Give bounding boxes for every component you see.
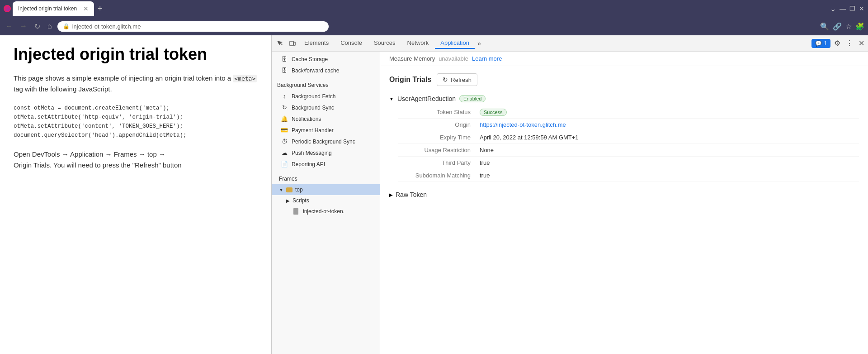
settings-icon[interactable]: ⚙ <box>832 37 842 49</box>
refresh-button-label: Refresh <box>451 77 472 83</box>
home-button[interactable]: ⌂ <box>46 20 54 32</box>
minimize-button[interactable]: — <box>840 5 846 12</box>
zoom-icon[interactable]: 🔍 <box>820 22 829 31</box>
back-button[interactable]: ← <box>4 20 14 32</box>
usage-restriction-label: Usage Restriction <box>398 147 480 153</box>
badge-count: 1 <box>824 40 827 47</box>
raw-token-expand-icon: ▶ <box>389 192 393 197</box>
sidebar-item-periodic-bg-sync[interactable]: ⏱ Periodic Background Sync <box>272 136 380 147</box>
frames-header[interactable]: Frames <box>272 173 380 184</box>
omnibox[interactable]: 🔒 injected-ot-token.glitch.me <box>57 21 329 32</box>
trial-details: Token Status Success Origin https://inje… <box>398 106 859 182</box>
devtools-toolbar: Elements Console Sources Network Applica… <box>272 35 868 52</box>
omnibox-bar: ← → ↻ ⌂ 🔒 injected-ot-token.glitch.me 🔍 … <box>0 17 868 35</box>
periodic-bg-sync-icon: ⏱ <box>281 138 288 145</box>
omnibox-url: injected-ot-token.glitch.me <box>72 23 141 30</box>
more-tabs-button[interactable]: » <box>476 38 483 49</box>
third-party-value: true <box>480 159 490 166</box>
usage-restriction-row: Usage Restriction None <box>398 144 859 157</box>
trial-expand-icon: ▼ <box>389 96 394 101</box>
subdomain-matching-row: Subdomain Matching true <box>398 169 859 182</box>
token-status-value: Success <box>480 109 507 115</box>
learn-more-link[interactable]: Learn more <box>472 55 502 62</box>
browser-tab-active[interactable]: Injected origin trial token ✕ <box>13 1 94 16</box>
raw-token-section[interactable]: ▶ Raw Token <box>380 187 868 200</box>
close-button[interactable]: ✕ <box>859 5 864 12</box>
device-mode-button[interactable] <box>286 37 299 50</box>
payment-handler-icon: 💳 <box>281 127 288 134</box>
tab-elements[interactable]: Elements <box>299 38 334 49</box>
frames-section: Frames ▼ top ▶ Scripts injected-ot-token… <box>272 172 380 219</box>
sidebar-item-payment-handler[interactable]: 💳 Payment Handler <box>272 124 380 136</box>
devtools-sidebar: 🗄 Cache Storage 🗄 Back/forward cache Bac… <box>272 52 380 354</box>
trial-name: UserAgentReduction <box>397 95 456 102</box>
page-footer: Open DevTools → Application → Frames → t… <box>14 149 258 171</box>
star-icon[interactable]: ☆ <box>845 22 852 31</box>
third-party-row: Third Party true <box>398 157 859 169</box>
token-status-row: Token Status Success <box>398 106 859 119</box>
reload-button[interactable]: ↻ <box>33 20 42 33</box>
more-options-icon[interactable]: ⋮ <box>844 37 855 49</box>
tab-overflow-button[interactable]: ⌄ <box>830 5 836 13</box>
tab-title: Injected origin trial token <box>18 5 80 12</box>
origin-row: Origin https://injected-ot-token.glitch.… <box>398 119 859 131</box>
tab-bar: Injected origin trial token ✕ + ⌄ — ❐ ✕ <box>0 0 868 17</box>
inspect-element-button[interactable] <box>274 37 286 50</box>
page-title: Injected origin trial token <box>14 44 258 64</box>
push-messaging-icon: ☁ <box>281 149 288 156</box>
new-tab-button[interactable]: + <box>98 4 103 14</box>
frames-file-icon <box>293 208 298 215</box>
origin-label: Origin <box>398 121 480 128</box>
notifications-badge-button[interactable]: 💬 1 <box>811 39 830 48</box>
usage-restriction-value: None <box>480 147 494 153</box>
share-icon[interactable]: 🔗 <box>833 22 842 31</box>
subdomain-matching-value: true <box>480 172 490 179</box>
background-services-header[interactable]: Background Services <box>272 80 380 91</box>
browser-chrome: Injected origin trial token ✕ + ⌄ — ❐ ✕ … <box>0 0 868 35</box>
trial-header[interactable]: ▼ UserAgentReduction Enabled <box>389 93 859 104</box>
frames-file-item[interactable]: injected-ot-token. <box>272 206 380 217</box>
measure-memory-row: Measure Memory unavailable Learn more <box>380 52 868 66</box>
refresh-icon: ↻ <box>443 76 448 83</box>
frames-top-item[interactable]: ▼ top <box>272 184 380 195</box>
browser-toolbar-icons: 🔍 🔗 ☆ 🧩 <box>820 22 864 31</box>
tab-console[interactable]: Console <box>335 38 368 49</box>
tab-sources[interactable]: Sources <box>368 38 401 49</box>
frames-label: Frames <box>279 176 297 182</box>
svg-rect-1 <box>294 42 295 45</box>
frames-scripts-item[interactable]: ▶ Scripts <box>272 195 380 206</box>
tab-network[interactable]: Network <box>402 38 434 49</box>
background-services-section: Background Services ↕ Background Fetch ↻… <box>272 78 380 172</box>
back-forward-cache-icon: 🗄 <box>281 67 288 74</box>
origin-value: https://injected-ot-token.glitch.me <box>480 121 566 128</box>
extension-icon[interactable]: 🧩 <box>855 22 864 31</box>
sidebar-item-reporting-api[interactable]: 📄 Reporting API <box>272 158 380 170</box>
frames-scripts-label: Scripts <box>292 197 309 204</box>
tab-application[interactable]: Application <box>435 38 475 49</box>
origin-trials-header: Origin Trials ↻ Refresh <box>380 66 868 90</box>
lock-icon: 🔒 <box>63 23 70 29</box>
svg-rect-0 <box>290 41 293 46</box>
devtools-actions: 💬 1 ⚙ ⋮ ✕ <box>811 37 866 49</box>
devtools-close-icon[interactable]: ✕ <box>857 37 866 49</box>
frames-scripts-chevron-icon: ▶ <box>286 198 290 203</box>
frames-top-chevron-icon: ▼ <box>279 187 283 192</box>
sidebar-item-notifications[interactable]: 🔔 Notifications <box>272 113 380 124</box>
forward-button[interactable]: → <box>18 20 29 32</box>
page-content: Injected origin trial token This page sh… <box>0 35 271 354</box>
tab-close-button[interactable]: ✕ <box>83 5 89 12</box>
sidebar-item-cache-storage[interactable]: 🗄 Cache Storage <box>272 53 380 65</box>
page-desc-text2: tag with the following JavaScript. <box>14 85 112 93</box>
sidebar-item-back-forward-cache[interactable]: 🗄 Back/forward cache <box>272 65 380 76</box>
sidebar-item-background-sync[interactable]: ↻ Background Sync <box>272 102 380 113</box>
restore-button[interactable]: ❐ <box>849 5 855 12</box>
code-block: const otMeta = document.createElement('m… <box>14 104 258 140</box>
sidebar-item-background-fetch[interactable]: ↕ Background Fetch <box>272 91 380 102</box>
token-status-label: Token Status <box>398 109 480 115</box>
chat-icon: 💬 <box>815 40 822 47</box>
page-description: This page shows a simple example of inje… <box>14 73 258 95</box>
sidebar-item-push-messaging[interactable]: ☁ Push Messaging <box>272 147 380 158</box>
refresh-button[interactable]: ↻ Refresh <box>437 73 477 86</box>
success-badge: Success <box>480 109 507 116</box>
frames-top-folder-icon <box>286 187 292 192</box>
